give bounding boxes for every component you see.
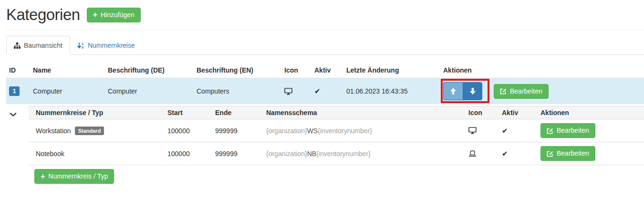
standard-badge: Standard bbox=[75, 127, 104, 135]
sort-numeric-icon: 1 9 bbox=[77, 42, 84, 49]
number-ranges-section: Nummernkreise / Typ Start Ende Namenssch… bbox=[6, 106, 644, 165]
add-category-label: Hinzufügen bbox=[101, 11, 135, 19]
subcol-ende: Ende bbox=[211, 106, 262, 119]
edit-category-label: Bearbeiten bbox=[510, 87, 542, 95]
col-icon: Icon bbox=[280, 63, 311, 78]
category-name: Computer bbox=[29, 78, 104, 105]
range-start: 100000 bbox=[164, 119, 211, 142]
col-name: Name bbox=[29, 63, 104, 78]
edit-range-label: Bearbeiten bbox=[557, 127, 589, 135]
tab-baumansicht[interactable]: Baumansicht bbox=[6, 36, 70, 55]
edit-range-button[interactable]: Bearbeiten bbox=[540, 123, 595, 138]
range-name: Notebook bbox=[29, 142, 164, 165]
plus-icon: + bbox=[41, 173, 45, 180]
number-ranges-table: Nummernkreise / Typ Start Ende Namenssch… bbox=[29, 106, 644, 165]
move-button-group bbox=[443, 82, 482, 100]
check-icon: ✔ bbox=[314, 87, 321, 95]
col-aktionen: Aktionen bbox=[439, 63, 644, 78]
header-divider bbox=[6, 30, 644, 30]
subcol-aktiv: Aktiv bbox=[498, 106, 537, 119]
svg-text:9: 9 bbox=[82, 45, 83, 49]
arrow-down-icon bbox=[469, 87, 476, 95]
tab-nummernkreise-label: Nummernkreise bbox=[88, 42, 135, 49]
edit-icon bbox=[547, 127, 553, 134]
category-actions: Bearbeiten bbox=[443, 82, 640, 100]
edit-category-button[interactable]: Bearbeiten bbox=[494, 84, 549, 99]
edit-range-label: Bearbeiten bbox=[557, 149, 589, 158]
subcol-aktionen: Aktionen bbox=[537, 106, 644, 119]
collapse-chevron-down-icon[interactable] bbox=[10, 112, 17, 117]
edit-icon bbox=[547, 150, 553, 157]
sitemap-icon bbox=[14, 42, 21, 49]
page-header: Kategorien + Hinzufügen bbox=[6, 0, 644, 24]
move-up-button[interactable] bbox=[443, 82, 463, 100]
tab-nummernkreise[interactable]: 1 9 Nummernkreise bbox=[70, 36, 142, 55]
col-letzte-aenderung: Letzte Änderung bbox=[343, 63, 439, 78]
category-row-computer: 1 Computer Computer Computers ✔ 01.06.20… bbox=[6, 78, 644, 105]
subcol-typ: Nummernkreise / Typ bbox=[29, 106, 164, 119]
add-number-range-button[interactable]: + Nummernkreis / Typ bbox=[34, 169, 114, 184]
desktop-icon bbox=[284, 88, 307, 95]
move-down-button[interactable] bbox=[463, 82, 482, 100]
id-badge: 1 bbox=[9, 86, 20, 96]
col-id: ID bbox=[6, 63, 29, 78]
subcol-namensschema: Namensschema bbox=[262, 106, 465, 119]
number-range-row-notebook: Notebook 100000 999999 {organization}NB{… bbox=[29, 142, 644, 165]
categories-table-header: ID Name Beschriftung (DE) Beschriftung (… bbox=[6, 63, 644, 78]
add-number-range-label: Nummernkreis / Typ bbox=[48, 172, 108, 180]
col-aktiv: Aktiv bbox=[311, 63, 343, 78]
category-last-change: 01.06.2023 16:43:35 bbox=[343, 78, 439, 105]
categories-table: ID Name Beschriftung (DE) Beschriftung (… bbox=[6, 63, 644, 104]
col-beschriftung-de: Beschriftung (DE) bbox=[104, 63, 193, 78]
number-ranges-header: Nummernkreise / Typ Start Ende Namenssch… bbox=[29, 106, 644, 119]
add-category-button[interactable]: + Hinzufügen bbox=[87, 8, 141, 22]
plus-icon: + bbox=[93, 11, 97, 18]
range-name: Workstation bbox=[36, 127, 71, 135]
col-beschriftung-en: Beschriftung (EN) bbox=[193, 63, 280, 78]
tab-bar: Baumansicht 1 9 Nummernkreise bbox=[6, 36, 644, 55]
check-icon: ✔ bbox=[502, 149, 508, 158]
edit-range-button[interactable]: Bearbeiten bbox=[540, 146, 595, 161]
range-end: 999999 bbox=[211, 142, 262, 165]
laptop-icon bbox=[468, 150, 494, 157]
category-label-en: Computers bbox=[193, 78, 280, 105]
category-label-de: Computer bbox=[104, 78, 193, 105]
edit-icon bbox=[500, 88, 507, 95]
subcol-icon: Icon bbox=[465, 106, 498, 119]
tab-baumansicht-label: Baumansicht bbox=[24, 42, 62, 49]
desktop-icon bbox=[468, 127, 494, 134]
arrow-up-icon bbox=[450, 87, 457, 95]
check-icon: ✔ bbox=[502, 127, 508, 135]
range-schema: {organization}WS{inventorynumber} bbox=[262, 119, 465, 142]
number-range-row-workstation: WorkstationStandard 100000 999999 {organ… bbox=[29, 119, 644, 142]
range-schema: {organization}NB{inventorynumber} bbox=[262, 142, 465, 165]
range-start: 100000 bbox=[164, 142, 211, 165]
page-title: Kategorien bbox=[6, 6, 80, 24]
range-end: 999999 bbox=[211, 119, 262, 142]
subcol-start: Start bbox=[164, 106, 211, 119]
